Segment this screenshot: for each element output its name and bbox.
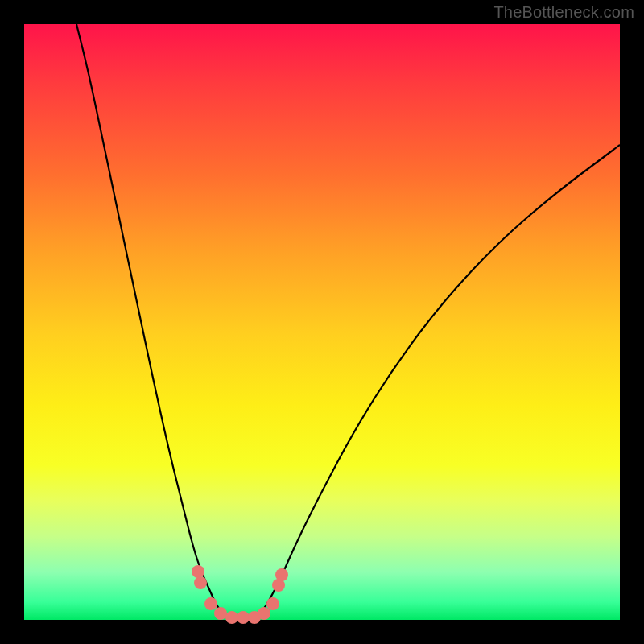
marker-point [266,597,279,610]
marker-point [194,576,207,589]
marker-point [275,568,288,581]
chart-container: TheBottleneck.com [0,0,644,644]
curve-right-branch [262,145,620,612]
curve-left-branch [76,24,221,612]
watermark-text: TheBottleneck.com [493,3,634,22]
curve-svg [24,24,620,620]
plot-area [24,24,620,620]
